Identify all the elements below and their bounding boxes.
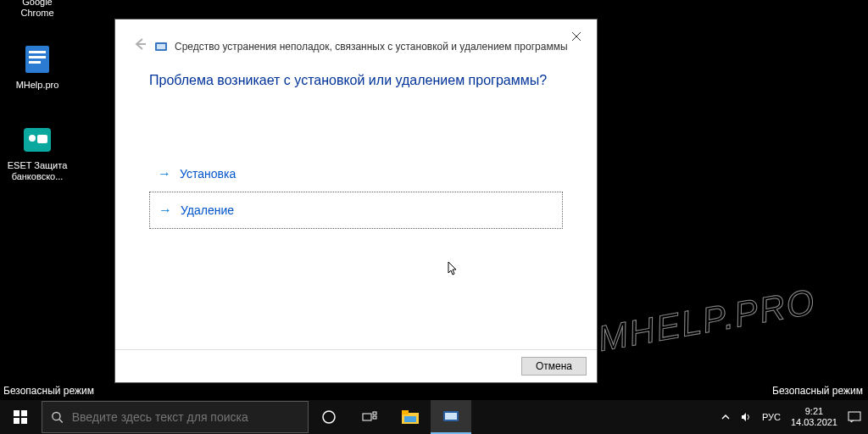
chevron-up-icon: [721, 413, 730, 421]
svg-rect-13: [21, 410, 27, 416]
shield-icon: [20, 123, 54, 157]
svg-rect-11: [157, 44, 165, 49]
option-install[interactable]: → Установка: [149, 156, 563, 192]
svg-rect-19: [363, 414, 371, 420]
option-uninstall[interactable]: → Удаление: [149, 192, 563, 229]
search-input[interactable]: [72, 410, 299, 424]
taskbar: РУС 9:21 14.03.2021: [0, 400, 868, 434]
cancel-button[interactable]: Отмена: [521, 357, 587, 376]
svg-rect-1: [29, 51, 46, 53]
desktop-icon-eset[interactable]: ESET Защита банковско...: [5, 123, 70, 182]
svg-point-16: [53, 413, 60, 420]
close-button[interactable]: [563, 25, 590, 48]
svg-rect-0: [25, 46, 49, 73]
notification-icon: [848, 411, 861, 423]
svg-rect-12: [14, 410, 19, 416]
task-view-button[interactable]: [349, 400, 390, 434]
option-label: Удаление: [181, 203, 234, 217]
folder-icon: [402, 410, 419, 424]
arrow-right-icon: →: [159, 203, 172, 218]
svg-rect-24: [404, 416, 416, 422]
desktop-icon-label: Google Chrome: [5, 0, 70, 19]
safe-mode-label-bl: Безопасный режим: [3, 385, 94, 397]
task-icons: [309, 400, 471, 434]
tray-notifications[interactable]: [848, 411, 861, 423]
tray-volume[interactable]: [740, 411, 752, 423]
system-tray: РУС 9:21 14.03.2021: [715, 406, 868, 428]
taskbar-item-explorer[interactable]: [390, 400, 431, 434]
arrow-right-icon: →: [158, 166, 171, 181]
svg-rect-15: [21, 418, 27, 424]
svg-rect-23: [402, 410, 409, 415]
desktop-icon-chrome[interactable]: Google Chrome: [5, 0, 70, 19]
svg-point-5: [29, 135, 36, 142]
search-icon: [51, 410, 64, 424]
clock-time: 9:21: [791, 406, 837, 417]
watermark: MHELP.PRO: [595, 281, 819, 359]
volume-icon: [740, 411, 752, 423]
svg-rect-14: [14, 418, 19, 424]
dialog-header: Средство устранения неполадок, связанных…: [115, 19, 597, 64]
troubleshooter-dialog: Средство устранения неполадок, связанных…: [114, 19, 598, 383]
svg-rect-6: [37, 135, 47, 143]
dialog-title: Средство устранения неполадок, связанных…: [175, 41, 568, 53]
clock-date: 14.03.2021: [791, 417, 837, 428]
start-button[interactable]: [0, 400, 41, 434]
document-icon: [20, 42, 54, 76]
svg-rect-3: [29, 61, 41, 64]
taskbar-item-troubleshooter[interactable]: [431, 400, 471, 434]
tray-overflow[interactable]: [721, 413, 730, 421]
svg-rect-20: [373, 412, 376, 415]
tray-language[interactable]: РУС: [762, 412, 781, 422]
dialog-body: Проблема возникает с установкой или удал…: [115, 64, 597, 349]
svg-line-17: [59, 420, 63, 423]
troubleshoot-icon: [442, 409, 459, 423]
circle-icon: [321, 409, 337, 425]
tray-clock[interactable]: 9:21 14.03.2021: [791, 406, 837, 428]
svg-point-18: [323, 411, 335, 423]
desktop-icon-label: ESET Защита банковско...: [5, 160, 70, 182]
desktop-icon-mhelp[interactable]: MHelp.pro: [5, 42, 70, 91]
dialog-question: Проблема возникает с установкой или удал…: [149, 73, 563, 88]
troubleshoot-icon: [154, 40, 168, 53]
windows-icon: [14, 410, 27, 424]
task-view-icon: [362, 411, 377, 423]
cortana-button[interactable]: [309, 400, 349, 434]
svg-rect-2: [29, 56, 46, 58]
svg-rect-27: [849, 412, 860, 420]
option-label: Установка: [180, 167, 236, 181]
svg-rect-26: [445, 413, 457, 420]
svg-rect-21: [373, 416, 376, 419]
search-box[interactable]: [42, 401, 309, 433]
safe-mode-label-br: Безопасный режим: [772, 385, 863, 397]
desktop-icon-label: MHelp.pro: [5, 80, 70, 91]
dialog-footer: Отмена: [115, 349, 597, 382]
back-arrow-icon[interactable]: [132, 36, 147, 56]
